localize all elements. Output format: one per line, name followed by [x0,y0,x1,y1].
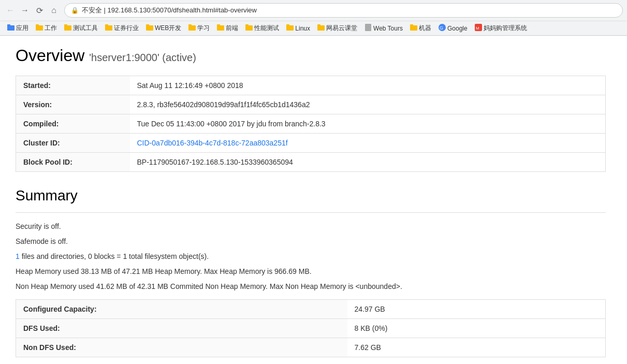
bookmark-item-7[interactable]: 性能测试 [242,23,282,34]
overview-label-2: Compiled: [16,114,130,134]
bookmark-icon-1 [36,24,43,33]
overview-title: Overview 'hserver1:9000' (active) [16,46,606,65]
svg-text:G: G [440,25,443,31]
bookmark-icon-8 [286,24,294,33]
bookmark-item-11[interactable]: 机器 [407,23,434,34]
bookmark-icon-2 [64,24,71,33]
capacity-label-0: Configured Capacity: [16,300,347,319]
summary-link-2[interactable]: 1 [16,252,20,260]
summary-line-1: Safemode is off. [16,236,606,247]
bookmark-item-6[interactable]: 前端 [214,23,241,34]
svg-rect-3 [36,24,39,26]
capacity-value-0: 24.97 GB [347,300,606,319]
summary-line-4: Non Heap Memory used 41.62 MB of 42.31 M… [16,281,606,292]
bookmark-icon-10 [364,24,372,33]
url-display: 不安全 | 192.168.5.130:50070/dfshealth.html… [82,6,616,15]
capacity-value-1: 8 KB (0%) [347,319,606,338]
capacity-value-2: 7.62 GB [347,338,606,357]
svg-rect-7 [105,24,108,26]
bookmark-label-11: 机器 [419,24,431,33]
overview-table-row: Block Pool ID:BP-1179050167-192.168.5.13… [16,153,606,172]
svg-rect-18 [317,25,325,31]
svg-rect-11 [188,24,192,26]
svg-rect-0 [7,25,14,31]
summary-line-0: Security is off. [16,221,606,232]
browser-chrome: ← → ⟳ ⌂ 🔒 不安全 | 192.168.5.130:50070/dfsh… [0,0,627,36]
bookmark-icon-3 [105,24,112,33]
svg-rect-8 [146,25,153,31]
svg-rect-9 [146,24,149,26]
overview-value-4: BP-1179050167-192.168.5.130-153396036509… [130,153,606,172]
capacity-table-row: Non DFS Used:7.62 GB [16,338,606,357]
bookmark-item-9[interactable]: 网易云课堂 [314,23,360,34]
svg-rect-12 [217,25,224,31]
svg-rect-4 [64,25,71,31]
svg-rect-2 [36,25,43,31]
overview-value-2: Tue Dec 05 11:43:00 +0800 2017 by jdu fr… [130,114,606,134]
bookmark-item-2[interactable]: 测试工具 [61,23,101,34]
refresh-button[interactable]: ⟳ [33,4,46,17]
svg-rect-6 [105,25,112,31]
server-info: 'hserver1:9000' (active) [89,52,196,63]
overview-table-row: Cluster ID:CID-0a7db016-394b-4c7d-818c-7… [16,134,606,153]
summary-lines: Security is off.Safemode is off.1 files … [16,221,606,292]
overview-link-3[interactable]: CID-0a7db016-394b-4c7d-818c-72aa803a251f [137,139,288,147]
bookmark-label-1: 工作 [45,24,57,33]
browser-toolbar: ← → ⟳ ⌂ 🔒 不安全 | 192.168.5.130:50070/dfsh… [0,0,627,21]
overview-label-1: Version: [16,95,130,114]
bookmark-icon-13: M [475,24,482,33]
bookmark-item-10[interactable]: Web Tours [361,23,406,34]
svg-rect-14 [245,25,253,31]
summary-line-3: Heap Memory used 38.13 MB of 47.21 MB He… [16,266,606,277]
bookmark-item-8[interactable]: Linux [283,23,313,34]
bookmark-item-0[interactable]: 应用 [4,23,32,34]
bookmark-item-4[interactable]: WEB开发 [143,23,184,34]
bookmark-item-3[interactable]: 证券行业 [102,23,142,34]
bookmark-item-12[interactable]: G Google [435,23,471,34]
overview-value-1: 2.8.3, rb3fe56402d908019d99af1f1f4fc65cb… [130,95,606,114]
bookmark-item-5[interactable]: 学习 [185,23,213,34]
bookmark-label-2: 测试工具 [73,24,98,33]
bookmark-item-13[interactable]: M 妈妈购管理系统 [472,23,530,34]
home-button[interactable]: ⌂ [48,4,60,17]
svg-rect-17 [286,24,289,26]
security-icon: 🔒 [71,7,79,14]
summary-title: Summary [16,187,606,204]
bookmark-label-5: 学习 [197,24,210,33]
svg-rect-20 [365,24,371,31]
overview-value-3[interactable]: CID-0a7db016-394b-4c7d-818c-72aa803a251f [130,134,606,153]
bookmark-label-3: 证券行业 [114,24,139,33]
svg-text:M: M [476,26,479,31]
overview-table-row: Started:Sat Aug 11 12:16:49 +0800 2018 [16,76,606,95]
svg-rect-21 [410,25,417,31]
bookmark-label-12: Google [447,25,468,32]
capacity-table-row: DFS Used:8 KB (0%) [16,319,606,338]
bookmark-label-13: 妈妈购管理系统 [484,24,527,33]
address-bar[interactable]: 🔒 不安全 | 192.168.5.130:50070/dfshealth.ht… [64,3,623,18]
nav-buttons: ← → ⟳ ⌂ [4,4,60,17]
bookmark-icon-11 [410,24,417,33]
bookmark-label-10: Web Tours [373,25,403,32]
svg-rect-15 [245,24,249,26]
overview-table-row: Version:2.8.3, rb3fe56402d908019d99af1f1… [16,95,606,114]
bookmarks-bar: 应用工作测试工具证券行业WEB开发学习前端性能测试Linux网易云课堂Web T… [0,21,627,35]
bookmark-icon-7 [245,24,253,33]
bookmark-icon-4 [146,24,153,33]
overview-table: Started:Sat Aug 11 12:16:49 +0800 2018Ve… [16,76,606,172]
svg-rect-16 [286,25,294,31]
bookmark-label-6: 前端 [226,24,238,33]
bookmark-icon-9 [317,24,325,33]
bookmark-item-1[interactable]: 工作 [33,23,60,34]
page-content: Overview 'hserver1:9000' (active) Starte… [0,36,621,364]
svg-rect-22 [410,24,413,26]
back-button[interactable]: ← [4,4,17,17]
svg-rect-13 [217,24,220,26]
overview-label-4: Block Pool ID: [16,153,130,172]
capacity-table: Configured Capacity:24.97 GBDFS Used:8 K… [16,299,606,357]
bookmark-label-8: Linux [295,25,310,32]
overview-value-0: Sat Aug 11 12:16:49 +0800 2018 [130,76,606,95]
overview-label-0: Started: [16,76,130,95]
svg-rect-5 [64,24,67,26]
bookmark-icon-5 [188,24,196,33]
forward-button[interactable]: → [19,4,31,17]
